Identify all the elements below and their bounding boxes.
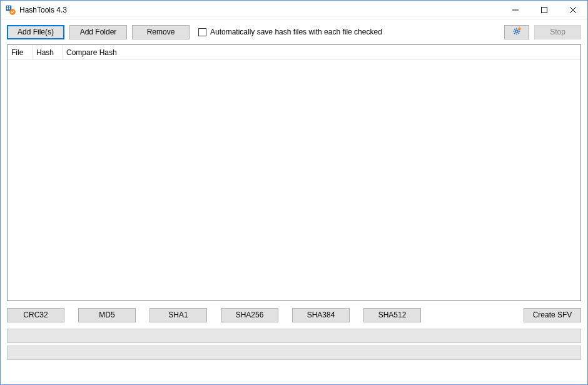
add-files-button[interactable]: Add File(s)	[7, 25, 64, 39]
md5-button[interactable]: MD5	[78, 308, 136, 322]
remove-button[interactable]: Remove	[132, 25, 190, 39]
minimize-button[interactable]	[501, 1, 530, 19]
autosave-label: Automatically save hash files with each …	[210, 28, 382, 36]
autosave-checkbox-wrap[interactable]: Automatically save hash files with each …	[198, 28, 382, 36]
column-compare-hash[interactable]: Compare Hash	[63, 45, 580, 60]
svg-line-17	[514, 33, 515, 33]
svg-line-16	[519, 33, 519, 33]
close-button[interactable]	[559, 1, 587, 19]
svg-point-10	[515, 30, 518, 33]
table-body[interactable]	[8, 60, 580, 300]
create-sfv-button[interactable]: Create SFV	[524, 308, 581, 322]
gear-icon	[512, 26, 522, 38]
column-hash[interactable]: Hash	[33, 45, 63, 60]
app-icon	[6, 5, 16, 15]
autosave-checkbox[interactable]	[198, 28, 206, 36]
crc32-button[interactable]: CRC32	[7, 308, 64, 322]
table-header: File Hash Compare Hash	[8, 45, 580, 60]
svg-point-19	[518, 27, 520, 29]
titlebar: HashTools 4.3	[1, 1, 587, 19]
toolbar: Add File(s) Add Folder Remove Automatica…	[1, 19, 587, 44]
svg-rect-2	[9, 6, 10, 8]
svg-line-15	[514, 29, 515, 29]
hash-button-bar: CRC32 MD5 SHA1 SHA256 SHA384 SHA512 Crea…	[1, 301, 587, 329]
statusbar-2	[7, 346, 581, 360]
add-folder-button[interactable]: Add Folder	[69, 25, 127, 39]
maximize-button[interactable]	[530, 1, 559, 19]
file-list-area: File Hash Compare Hash	[7, 44, 581, 301]
statusbar-1	[7, 329, 581, 343]
sha384-button[interactable]: SHA384	[292, 308, 350, 322]
svg-rect-3	[7, 8, 8, 9]
svg-rect-4	[9, 8, 10, 9]
settings-button[interactable]	[504, 25, 529, 39]
sha256-button[interactable]: SHA256	[221, 308, 278, 322]
stop-button: Stop	[534, 25, 581, 39]
statusbar-area	[7, 329, 581, 360]
column-file[interactable]: File	[8, 45, 33, 60]
sha1-button[interactable]: SHA1	[150, 308, 207, 322]
sha512-button[interactable]: SHA512	[363, 308, 421, 322]
svg-rect-7	[542, 7, 547, 13]
svg-rect-1	[7, 6, 8, 8]
window-title: HashTools 4.3	[19, 6, 67, 14]
